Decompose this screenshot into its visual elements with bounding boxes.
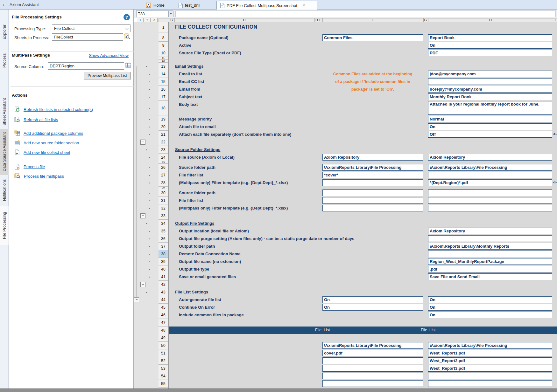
row-number-27[interactable]: 27 xyxy=(159,171,168,179)
row-label[interactable]: Attach each file separately (don't combi… xyxy=(179,132,291,137)
row-number-32[interactable]: 32 xyxy=(159,204,168,212)
cell-h44[interactable]: On xyxy=(428,296,552,303)
cell-h18[interactable]: Attached is your regional monthly report… xyxy=(428,101,552,115)
column-header-I[interactable]: I xyxy=(554,18,555,22)
column-header-G[interactable]: G xyxy=(424,18,427,22)
row-number-19[interactable]: 19 xyxy=(159,115,168,123)
row-number-33[interactable]: 33 xyxy=(159,212,168,220)
cell-f44[interactable]: On xyxy=(322,296,423,303)
row-number-18[interactable]: 18 xyxy=(159,101,168,115)
row-number-48[interactable]: 48 xyxy=(159,327,168,334)
row-number-24[interactable]: 24 xyxy=(159,154,168,161)
row-number-21[interactable]: 21 xyxy=(159,131,168,138)
outline-level-button-1[interactable]: 1 xyxy=(137,18,144,22)
formula-input[interactable] xyxy=(175,10,556,17)
tab-test-drill[interactable]: test_drill xyxy=(175,1,203,10)
help-icon[interactable]: ? xyxy=(123,14,130,20)
row-number-43[interactable]: 43 xyxy=(159,288,168,296)
cell-h9[interactable]: On xyxy=(428,42,552,49)
row-number-15[interactable]: 15 xyxy=(159,78,168,86)
name-box-dropdown-icon[interactable]: ▼ xyxy=(168,11,173,17)
cell-h41[interactable]: Save File and Send Email xyxy=(428,273,552,280)
row-label[interactable]: Output file purge setting (Axiom files o… xyxy=(179,236,354,241)
sheet-title[interactable]: FILE COLLECT CONFIGURATION xyxy=(175,24,257,30)
tab-pdf-file-collect-multipass-screenshot[interactable]: PDF File Collect Multipass Screenshot× xyxy=(216,1,317,10)
cell-h36[interactable] xyxy=(428,235,552,242)
row-number-39[interactable]: 39 xyxy=(159,258,168,265)
cell-h39[interactable]: Region_West_MonthlyReportPackage xyxy=(428,258,552,265)
sidebar-tab-file-processing[interactable]: File Processing xyxy=(0,206,9,245)
column-header-H[interactable]: H xyxy=(489,18,492,22)
row-number-16[interactable]: 16 xyxy=(159,86,168,93)
row-label[interactable]: Source folder path xyxy=(179,165,215,170)
row-label[interactable]: Package name (Optional) xyxy=(179,35,228,40)
action-label[interactable]: Process file xyxy=(24,164,45,169)
row-number-13[interactable]: 13 xyxy=(159,63,168,70)
cell-h52[interactable]: West_Report2.pdf xyxy=(428,357,552,364)
cell-f51[interactable]: cover.pdf xyxy=(322,350,423,356)
row-label[interactable]: Auto-generate file list xyxy=(179,297,221,302)
row-label[interactable]: Subject text xyxy=(179,94,202,99)
row-label[interactable]: Continue On Error xyxy=(179,305,215,310)
sidebar-tab-data-source-assistant[interactable]: Data Source Assistant xyxy=(0,129,9,175)
cell-h55[interactable] xyxy=(428,380,552,387)
column-header-E[interactable]: E xyxy=(319,18,321,22)
cell-f55[interactable] xyxy=(322,380,423,387)
action-process-file[interactable]: ⚙Process file xyxy=(14,163,45,170)
section-label[interactable]: File List Settings xyxy=(175,290,208,294)
cell-f26[interactable]: \Axiom\Reports Library\File Processing xyxy=(322,164,423,171)
action-refresh-file-lists-in-selected-column-s-[interactable]: Refresh file lists in selected column(s) xyxy=(14,106,93,113)
sidebar-tab-notifications[interactable]: Notifications xyxy=(0,174,9,206)
outline-collapse-button[interactable]: − xyxy=(134,297,139,302)
sidebar-tab-sheet-assistant[interactable]: Sheet Assistant xyxy=(0,95,9,128)
row-number-47[interactable]: 47 xyxy=(159,319,168,327)
row-number-44[interactable]: 44 xyxy=(159,296,168,304)
row-number-10[interactable]: 10 xyxy=(159,49,168,57)
row-number-51[interactable]: 51 xyxy=(159,349,168,357)
outline-level-button-3[interactable]: 3 xyxy=(151,18,158,22)
row-number-38[interactable]: 38 xyxy=(159,250,168,258)
preview-multipass-list-button[interactable]: Preview Multipass List xyxy=(84,72,131,79)
row-label[interactable]: Active xyxy=(179,43,191,48)
cell-f27[interactable]: *cover* xyxy=(322,172,423,178)
outline-collapse-button[interactable]: − xyxy=(140,213,145,218)
row-number-8[interactable]: 8 xyxy=(159,34,168,42)
action-label[interactable]: Refresh all file lists xyxy=(24,117,58,122)
row-number-37[interactable]: 37 xyxy=(159,243,168,250)
cell-f54[interactable] xyxy=(322,373,423,379)
column-picker-icon[interactable] xyxy=(125,63,131,68)
cell-h14[interactable]: jdoe@mycompany.com xyxy=(428,71,552,77)
cell-h17[interactable]: Monthly Report Book xyxy=(428,93,552,100)
name-box[interactable]: T38 xyxy=(136,10,173,17)
column-header-C[interactable]: C xyxy=(243,18,246,22)
row-number-45[interactable]: 45 xyxy=(159,304,168,311)
row-number-50[interactable]: 50 xyxy=(159,342,168,349)
row-number-30[interactable]: 30 xyxy=(159,189,168,197)
row-label[interactable]: Email to list xyxy=(179,72,202,76)
action-add-new-source-folder-section[interactable]: Add new source folder section xyxy=(14,139,79,146)
cell-f32[interactable] xyxy=(322,205,423,211)
cell-h46[interactable]: On xyxy=(428,312,552,318)
cell-h32[interactable] xyxy=(428,205,552,211)
cell-h20[interactable]: On xyxy=(428,123,552,130)
action-process-file-multipass[interactable]: Process file multipass xyxy=(14,173,64,180)
row-label[interactable]: File source (Axiom or Local) xyxy=(179,155,235,160)
cell-h31[interactable] xyxy=(428,197,552,204)
row-label[interactable]: Email CC list xyxy=(179,79,204,84)
column-header-F[interactable]: F xyxy=(372,18,374,22)
row-number-54[interactable]: 54 xyxy=(159,372,168,380)
processing-type-dropdown[interactable]: File Collect xyxy=(52,24,130,32)
row-number-52[interactable]: 52 xyxy=(159,357,168,365)
cell-h27[interactable] xyxy=(428,172,552,178)
row-number-17[interactable]: 17 xyxy=(159,93,168,101)
cell-h38[interactable] xyxy=(428,251,552,257)
row-number-34[interactable]: 34 xyxy=(159,220,168,227)
cell-f8[interactable]: Common Files xyxy=(322,34,423,41)
row-label[interactable]: (Multipass only) Filter template (e.g. {… xyxy=(179,206,288,210)
column-header-D[interactable]: D xyxy=(315,18,318,22)
row-number-9[interactable]: 9 xyxy=(159,42,168,49)
cell-h21[interactable]: Off xyxy=(428,131,552,138)
row-label[interactable]: (Multipass only) Filter template (e.g. {… xyxy=(179,180,288,185)
row-number-46[interactable]: 46 xyxy=(159,311,168,319)
section-label[interactable]: Source Folder Settings xyxy=(175,147,220,152)
